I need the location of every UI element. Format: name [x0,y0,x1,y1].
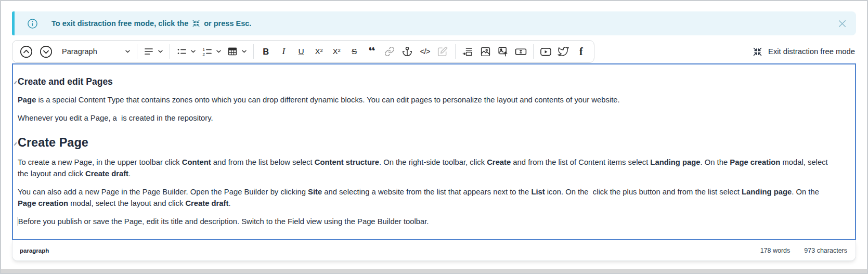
upload-image-button[interactable] [495,42,512,61]
link-icon [384,46,395,57]
image-upload-icon [498,46,509,57]
twitter-embed-button[interactable] [555,42,572,61]
editor-toolbar: Paragraph [12,40,594,63]
superscript-icon: X2 [333,47,341,56]
subscript-icon: X2 [315,47,323,56]
paragraph: Before you publish or save the Page, edi… [18,216,833,227]
strikethrough-icon: S [352,47,357,56]
chevron-down-icon [216,49,222,54]
heading-create-and-edit-pages: Create and edit Pages [18,76,833,87]
link-button[interactable] [381,42,398,61]
blockquote-button[interactable]: “ [364,42,381,61]
subscript-button[interactable]: X2 [310,42,328,61]
anchor-button[interactable] [399,42,416,61]
edit-source-icon [437,46,448,57]
heading-create-page: Create Page [18,136,833,150]
toolbar-divider [533,44,534,59]
twitter-icon [558,46,569,57]
insert-block-button[interactable] [459,42,476,61]
italic-button[interactable]: I [275,42,292,61]
collapse-icon [192,19,200,28]
type-around-marker [14,81,17,84]
toolbar-row: Paragraph [12,40,856,63]
chevron-down-icon [241,49,247,54]
underline-button[interactable]: U [293,42,310,61]
youtube-icon [540,46,552,57]
paragraph-style-dropdown[interactable]: Paragraph [56,42,133,61]
bulleted-list-icon [176,46,187,57]
blockquote-icon: “ [368,47,375,56]
editor-status-bar: paragraph 178 words 973 characters [12,240,856,261]
word-count: 178 words [760,247,791,254]
superscript-button[interactable]: X2 [328,42,345,61]
chevron-down-icon [125,49,131,54]
facebook-icon: f [579,46,583,58]
paragraph: Page is a special Content Type that cont… [18,94,833,106]
paragraph: Whenever you edit a Page, a is created i… [18,112,833,124]
image-icon [480,46,491,57]
exit-hint-banner: To exit distraction free mode, click the… [12,11,856,35]
info-circle-icon [27,18,38,29]
toolbar-divider [137,44,137,59]
paragraph: To create a new Page, in the upper toolb… [18,156,833,179]
svg-text:2: 2 [202,52,205,57]
chevron-down-icon [190,49,196,54]
distraction-free-editor-screen: To exit distraction free mode, click the… [0,0,868,274]
next-field-button[interactable] [36,42,56,61]
banner-message-after: or press Esc. [204,19,251,28]
code-icon: </> [420,47,430,56]
source-editing-button[interactable] [434,42,451,61]
chevron-down-icon [158,49,163,54]
element-path-breadcrumb: paragraph [20,247,49,254]
type-around-marker [14,142,17,146]
toolbar-divider [170,44,170,59]
rich-text-editing-area[interactable]: Create and edit Pages Page is a special … [12,63,856,240]
insert-block-icon [462,46,473,57]
insert-image-button[interactable] [477,42,494,61]
text-field-icon [515,46,527,57]
underline-icon: U [299,47,304,56]
paragraph-style-label: Paragraph [59,47,121,56]
chevron-down-circle-icon [39,45,53,59]
input-field-button[interactable] [512,42,529,61]
strikethrough-button[interactable]: S [346,42,363,61]
code-button[interactable]: </> [417,42,434,61]
insert-table-button[interactable] [225,42,250,61]
bulleted-list-button[interactable] [174,42,199,61]
paragraph: You can also add a new Page in the Page … [18,186,833,209]
italic-icon: I [282,46,285,57]
text-alignment-button[interactable] [141,42,166,61]
exit-distraction-free-label: Exit distraction free mode [768,47,855,56]
exit-distraction-free-button[interactable]: Exit distraction free mode [753,47,856,57]
numbered-list-button[interactable]: 1 2 [199,42,224,61]
youtube-embed-button[interactable] [537,42,554,61]
toolbar-divider [253,44,254,59]
page-background-strip [1,269,867,273]
bold-button[interactable]: B [257,42,275,61]
character-count: 973 characters [804,247,847,254]
facebook-embed-button[interactable]: f [573,42,590,61]
align-left-icon [144,46,154,57]
bold-icon: B [263,47,269,57]
collapse-icon [753,47,762,57]
close-icon [838,19,847,28]
table-icon [227,46,238,57]
chevron-up-circle-icon [19,45,33,59]
banner-message-before: To exit distraction free mode, click the [51,19,188,28]
previous-field-button[interactable] [17,42,36,61]
toolbar-divider [455,44,456,59]
banner-close-button[interactable] [838,19,847,28]
anchor-icon [402,46,412,57]
numbered-list-icon: 1 2 [202,46,212,57]
